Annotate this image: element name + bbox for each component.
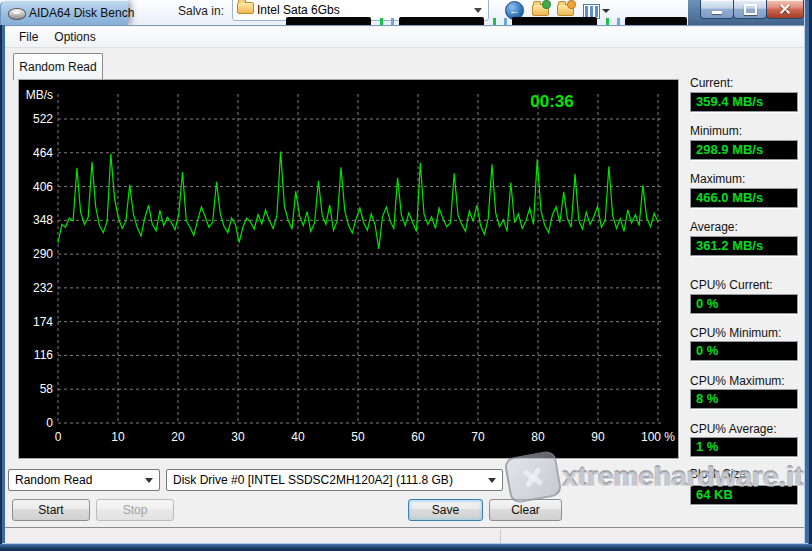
occluded-window-fragment bbox=[512, 17, 597, 25]
save-in-label: Salva in: bbox=[178, 4, 224, 18]
stat-value: 359.4 MB/s bbox=[691, 93, 797, 111]
fragment-tick bbox=[493, 18, 496, 25]
device-combo[interactable]: Disk Drive #0 [INTEL SSDSC2MH120A2] (111… bbox=[166, 469, 503, 491]
save-location-value: Intel Sata 6Gbs bbox=[257, 3, 340, 17]
tab-random-read[interactable]: Random Read bbox=[13, 53, 103, 80]
stats-panel: Current:359.4 MB/sMinimum:298.9 MB/sMaxi… bbox=[690, 26, 800, 544]
x-tick-label: 10 bbox=[111, 430, 125, 444]
y-tick-label: 232 bbox=[33, 281, 53, 295]
y-tick-label: 174 bbox=[33, 315, 53, 329]
minimize-button[interactable] bbox=[700, 0, 734, 19]
y-tick-label: 406 bbox=[33, 180, 53, 194]
close-button[interactable] bbox=[766, 0, 804, 19]
start-button[interactable]: Start bbox=[12, 499, 90, 521]
stat-value: 64 KB bbox=[691, 486, 797, 504]
stat-value: 0 % bbox=[691, 342, 797, 360]
window-title: AIDA64 Disk Bench bbox=[29, 6, 134, 20]
stat-label: CPU% Average: bbox=[690, 422, 777, 436]
y-tick-label: 464 bbox=[33, 146, 53, 160]
fragment-tick bbox=[380, 18, 383, 25]
occluded-window-fragment bbox=[286, 17, 371, 25]
stat-label: CPU% Minimum: bbox=[690, 326, 781, 340]
stat-value: 8 % bbox=[691, 390, 797, 408]
stat-label: Average: bbox=[690, 220, 738, 234]
view-menu-caret-icon[interactable] bbox=[602, 9, 610, 13]
y-tick-label: 522 bbox=[33, 112, 53, 126]
new-folder-icon[interactable] bbox=[557, 4, 574, 16]
chevron-down-icon[interactable] bbox=[488, 478, 496, 483]
x-tick-label: 90 bbox=[591, 430, 605, 444]
up-folder-icon[interactable] bbox=[532, 4, 549, 16]
new-badge-icon bbox=[567, 0, 576, 9]
maximize-button[interactable] bbox=[733, 0, 767, 19]
stat-value-box: 0 % bbox=[690, 294, 798, 314]
fragment-tick bbox=[606, 18, 609, 25]
minimize-icon bbox=[712, 11, 722, 14]
aida64-disk-benchmark-window: FileOptions Random Read 0581161742322903… bbox=[5, 25, 804, 544]
stat-label: CPU% Current: bbox=[690, 278, 773, 292]
x-tick-label: 50 bbox=[351, 430, 365, 444]
window-frame-bottom bbox=[0, 544, 812, 551]
stat-value: 466.0 MB/s bbox=[691, 189, 797, 207]
menu-options[interactable]: Options bbox=[46, 27, 103, 47]
status-bar-separator bbox=[500, 530, 501, 543]
disk-icon bbox=[8, 8, 26, 20]
folder-icon bbox=[237, 2, 254, 14]
tab-label: Random Read bbox=[19, 60, 96, 74]
stat-label: CPU% Maximum: bbox=[690, 374, 785, 388]
stat-value: 1 % bbox=[691, 438, 797, 456]
close-icon bbox=[779, 3, 791, 15]
up-badge-icon bbox=[542, 0, 551, 9]
save-button[interactable]: Save bbox=[408, 499, 483, 521]
stat-value-box: 64 KB bbox=[690, 485, 798, 505]
window-frame-right bbox=[804, 0, 812, 551]
fragment-tick bbox=[391, 18, 394, 25]
stat-value: 361.2 MB/s bbox=[691, 237, 797, 255]
test-type-combo[interactable]: Random Read bbox=[8, 469, 160, 491]
elapsed-time: 00:36 bbox=[530, 92, 573, 111]
window-frame-left bbox=[0, 25, 5, 551]
stat-value: 0 % bbox=[691, 295, 797, 313]
x-tick-label: 70 bbox=[471, 430, 485, 444]
y-tick-label: 116 bbox=[34, 348, 53, 362]
fragment-tick bbox=[504, 18, 507, 25]
stop-button[interactable]: Stop bbox=[96, 499, 174, 521]
stat-label: Block Size: bbox=[690, 467, 749, 481]
menubar: FileOptions bbox=[5, 27, 804, 48]
stat-label: Minimum: bbox=[690, 124, 742, 138]
chevron-down-icon[interactable] bbox=[474, 8, 482, 13]
y-tick-label: 290 bbox=[33, 247, 53, 261]
stat-value-box: 466.0 MB/s bbox=[690, 188, 798, 208]
y-axis-unit-label: MB/s bbox=[26, 88, 53, 102]
x-tick-label: 30 bbox=[231, 430, 245, 444]
fragment-tick bbox=[617, 18, 620, 25]
clear-button[interactable]: Clear bbox=[489, 499, 562, 521]
caption-button-area bbox=[688, 0, 812, 26]
x-tick-label: 40 bbox=[291, 430, 305, 444]
stat-value-box: 359.4 MB/s bbox=[690, 92, 798, 112]
test-type-value: Random Read bbox=[15, 473, 92, 487]
x-tick-label: 80 bbox=[531, 430, 545, 444]
stat-value-box: 1 % bbox=[690, 437, 798, 457]
occluded-window-fragment bbox=[399, 17, 484, 25]
y-tick-label: 348 bbox=[33, 213, 53, 227]
screen: Salva in: Intel Sata 6Gbs ← AIDA64 Disk … bbox=[0, 0, 812, 551]
benchmark-chart: 058116174232290348406464522MB/s010203040… bbox=[18, 79, 679, 459]
stat-value-box: 8 % bbox=[690, 389, 798, 409]
x-tick-label: 100 % bbox=[641, 430, 675, 444]
chevron-down-icon[interactable] bbox=[145, 478, 153, 483]
stat-value-box: 361.2 MB/s bbox=[690, 236, 798, 256]
menu-file[interactable]: File bbox=[11, 27, 46, 47]
stat-label: Maximum: bbox=[690, 172, 745, 186]
stat-value: 298.9 MB/s bbox=[691, 141, 797, 159]
stat-value-box: 298.9 MB/s bbox=[690, 140, 798, 160]
x-tick-label: 60 bbox=[411, 430, 425, 444]
y-tick-label: 0 bbox=[46, 416, 53, 430]
y-tick-label: 58 bbox=[40, 382, 54, 396]
x-tick-label: 20 bbox=[171, 430, 185, 444]
titlebar: AIDA64 Disk Bench bbox=[0, 0, 128, 26]
stat-label: Current: bbox=[690, 76, 733, 90]
x-tick-label: 0 bbox=[55, 430, 62, 444]
chart-svg: 058116174232290348406464522MB/s010203040… bbox=[19, 80, 676, 456]
stat-value-box: 0 % bbox=[690, 341, 798, 361]
